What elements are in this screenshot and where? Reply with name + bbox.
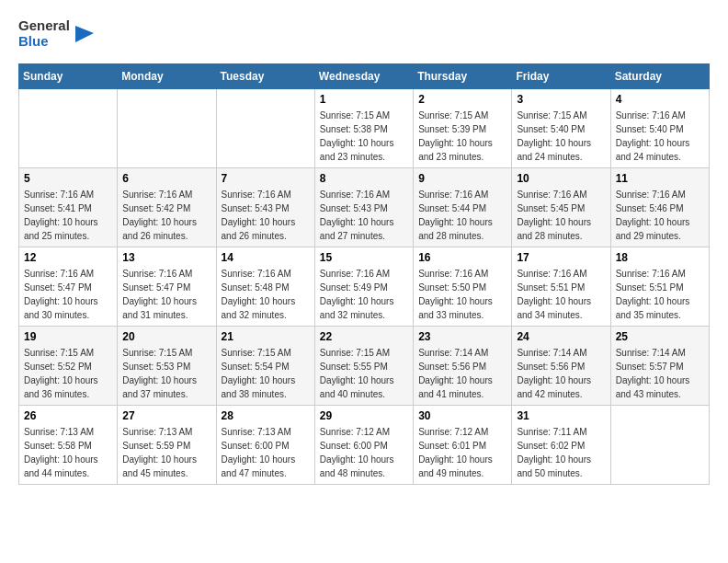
calendar-cell: 13Sunrise: 7:16 AMSunset: 5:47 PMDayligh… [118, 247, 216, 327]
day-number: 25 [616, 330, 704, 343]
calendar-cell: 16Sunrise: 7:16 AMSunset: 5:50 PMDayligh… [414, 247, 512, 327]
day-info: Sunrise: 7:15 AMSunset: 5:39 PMDaylight:… [418, 109, 506, 164]
calendar-cell: 24Sunrise: 7:14 AMSunset: 5:56 PMDayligh… [512, 327, 610, 406]
calendar-cell: 23Sunrise: 7:14 AMSunset: 5:56 PMDayligh… [414, 327, 512, 406]
day-number: 4 [616, 93, 704, 106]
calendar-cell: 19Sunrise: 7:15 AMSunset: 5:52 PMDayligh… [19, 327, 118, 406]
day-number: 27 [122, 409, 210, 422]
day-number: 9 [418, 172, 506, 185]
calendar-cell: 20Sunrise: 7:15 AMSunset: 5:53 PMDayligh… [118, 327, 216, 406]
day-info: Sunrise: 7:16 AMSunset: 5:50 PMDaylight:… [418, 267, 506, 322]
day-number: 19 [24, 330, 112, 343]
day-info: Sunrise: 7:16 AMSunset: 5:42 PMDaylight:… [122, 188, 210, 243]
day-number: 14 [222, 251, 310, 264]
calendar-cell: 15Sunrise: 7:16 AMSunset: 5:49 PMDayligh… [314, 247, 413, 327]
day-number: 18 [616, 251, 704, 264]
calendar-cell: 22Sunrise: 7:15 AMSunset: 5:55 PMDayligh… [314, 327, 413, 406]
calendar-cell: 4Sunrise: 7:16 AMSunset: 5:40 PMDaylight… [610, 89, 709, 168]
calendar-table: SundayMondayTuesdayWednesdayThursdayFrid… [18, 63, 710, 485]
day-info: Sunrise: 7:16 AMSunset: 5:41 PMDaylight:… [24, 188, 112, 243]
calendar-week-row: 12Sunrise: 7:16 AMSunset: 5:47 PMDayligh… [19, 247, 710, 327]
day-number: 16 [418, 251, 506, 264]
day-number: 17 [517, 251, 605, 264]
day-number: 20 [122, 330, 210, 343]
calendar-body: 1Sunrise: 7:15 AMSunset: 5:38 PMDaylight… [19, 89, 710, 485]
logo-block: General Blue [18, 18, 94, 49]
day-number: 3 [517, 93, 605, 106]
weekday-header-cell: Sunday [19, 64, 118, 89]
day-info: Sunrise: 7:16 AMSunset: 5:48 PMDaylight:… [222, 267, 310, 322]
calendar-cell: 18Sunrise: 7:16 AMSunset: 5:51 PMDayligh… [610, 247, 709, 327]
day-info: Sunrise: 7:15 AMSunset: 5:40 PMDaylight:… [517, 109, 605, 164]
calendar-week-row: 26Sunrise: 7:13 AMSunset: 5:58 PMDayligh… [19, 406, 710, 485]
calendar-cell: 9Sunrise: 7:16 AMSunset: 5:44 PMDaylight… [414, 168, 512, 247]
day-info: Sunrise: 7:16 AMSunset: 5:51 PMDaylight:… [616, 267, 704, 322]
day-info: Sunrise: 7:12 AMSunset: 6:01 PMDaylight:… [418, 425, 506, 480]
day-info: Sunrise: 7:13 AMSunset: 6:00 PMDaylight:… [222, 425, 310, 480]
logo-arrow-icon [74, 24, 94, 44]
calendar-cell: 2Sunrise: 7:15 AMSunset: 5:39 PMDaylight… [414, 89, 512, 168]
day-number: 22 [320, 330, 408, 343]
calendar-cell: 28Sunrise: 7:13 AMSunset: 6:00 PMDayligh… [216, 406, 314, 485]
calendar-cell: 11Sunrise: 7:16 AMSunset: 5:46 PMDayligh… [610, 168, 709, 247]
day-info: Sunrise: 7:16 AMSunset: 5:43 PMDaylight:… [222, 188, 310, 243]
weekday-header-cell: Saturday [610, 64, 709, 89]
calendar-week-row: 19Sunrise: 7:15 AMSunset: 5:52 PMDayligh… [19, 327, 710, 406]
calendar-cell: 14Sunrise: 7:16 AMSunset: 5:48 PMDayligh… [216, 247, 314, 327]
calendar-cell: 5Sunrise: 7:16 AMSunset: 5:41 PMDaylight… [19, 168, 118, 247]
logo-blue-text: Blue [18, 34, 49, 50]
svg-marker-0 [75, 26, 94, 42]
day-info: Sunrise: 7:16 AMSunset: 5:47 PMDaylight:… [122, 267, 210, 322]
day-number: 1 [320, 93, 408, 106]
day-info: Sunrise: 7:15 AMSunset: 5:52 PMDaylight:… [24, 346, 112, 401]
calendar-cell [610, 406, 709, 485]
page-header: General Blue [18, 18, 710, 49]
day-info: Sunrise: 7:15 AMSunset: 5:54 PMDaylight:… [222, 346, 310, 401]
day-info: Sunrise: 7:16 AMSunset: 5:40 PMDaylight:… [616, 109, 704, 164]
weekday-header-cell: Wednesday [314, 64, 413, 89]
calendar-cell: 10Sunrise: 7:16 AMSunset: 5:45 PMDayligh… [512, 168, 610, 247]
day-number: 24 [517, 330, 605, 343]
calendar-cell: 25Sunrise: 7:14 AMSunset: 5:57 PMDayligh… [610, 327, 709, 406]
day-info: Sunrise: 7:16 AMSunset: 5:47 PMDaylight:… [24, 267, 112, 322]
day-info: Sunrise: 7:16 AMSunset: 5:51 PMDaylight:… [517, 267, 605, 322]
calendar-week-row: 1Sunrise: 7:15 AMSunset: 5:38 PMDaylight… [19, 89, 710, 168]
weekday-header-cell: Tuesday [216, 64, 314, 89]
calendar-cell [118, 89, 216, 168]
calendar-cell: 8Sunrise: 7:16 AMSunset: 5:43 PMDaylight… [314, 168, 413, 247]
day-number: 29 [320, 409, 408, 422]
day-number: 23 [418, 330, 506, 343]
day-number: 31 [517, 409, 605, 422]
day-info: Sunrise: 7:16 AMSunset: 5:44 PMDaylight:… [418, 188, 506, 243]
day-number: 8 [320, 172, 408, 185]
calendar-cell: 12Sunrise: 7:16 AMSunset: 5:47 PMDayligh… [19, 247, 118, 327]
calendar-cell: 1Sunrise: 7:15 AMSunset: 5:38 PMDaylight… [314, 89, 413, 168]
calendar-cell [19, 89, 118, 168]
day-info: Sunrise: 7:11 AMSunset: 6:02 PMDaylight:… [517, 425, 605, 480]
day-number: 30 [418, 409, 506, 422]
day-number: 6 [122, 172, 210, 185]
weekday-header-cell: Friday [512, 64, 610, 89]
calendar-week-row: 5Sunrise: 7:16 AMSunset: 5:41 PMDaylight… [19, 168, 710, 247]
calendar-cell: 6Sunrise: 7:16 AMSunset: 5:42 PMDaylight… [118, 168, 216, 247]
logo: General Blue [18, 18, 94, 49]
day-number: 28 [222, 409, 310, 422]
calendar-cell: 26Sunrise: 7:13 AMSunset: 5:58 PMDayligh… [19, 406, 118, 485]
day-number: 26 [24, 409, 112, 422]
day-info: Sunrise: 7:13 AMSunset: 5:58 PMDaylight:… [24, 425, 112, 480]
weekday-header-cell: Thursday [414, 64, 512, 89]
calendar-cell: 17Sunrise: 7:16 AMSunset: 5:51 PMDayligh… [512, 247, 610, 327]
calendar-cell: 31Sunrise: 7:11 AMSunset: 6:02 PMDayligh… [512, 406, 610, 485]
day-number: 7 [222, 172, 310, 185]
day-info: Sunrise: 7:14 AMSunset: 5:56 PMDaylight:… [418, 346, 506, 401]
weekday-header-cell: Monday [118, 64, 216, 89]
calendar-cell: 27Sunrise: 7:13 AMSunset: 5:59 PMDayligh… [118, 406, 216, 485]
day-number: 15 [320, 251, 408, 264]
day-info: Sunrise: 7:16 AMSunset: 5:43 PMDaylight:… [320, 188, 408, 243]
calendar-cell: 30Sunrise: 7:12 AMSunset: 6:01 PMDayligh… [414, 406, 512, 485]
day-info: Sunrise: 7:16 AMSunset: 5:49 PMDaylight:… [320, 267, 408, 322]
calendar-cell [216, 89, 314, 168]
day-number: 11 [616, 172, 704, 185]
day-info: Sunrise: 7:14 AMSunset: 5:57 PMDaylight:… [616, 346, 704, 401]
logo-general-text: General [18, 18, 70, 34]
